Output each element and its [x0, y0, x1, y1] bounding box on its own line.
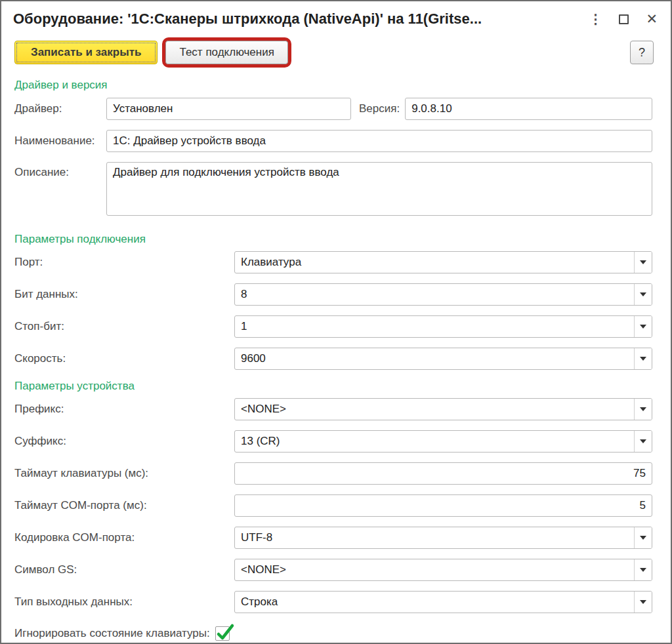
red-highlight-annotation: Тест подключения [162, 37, 291, 68]
prefix-row: Префикс: <NONE> [14, 398, 652, 420]
stop-bit-label: Стоп-бит: [14, 320, 234, 333]
com-timeout-input[interactable]: 5 [234, 494, 652, 517]
chevron-down-icon [640, 600, 646, 604]
stop-bit-row: Стоп-бит: 1 [14, 315, 652, 338]
toolbar: Записать и закрыть Тест подключения ? [1, 37, 671, 71]
section-driver-version: Драйвер и версия [14, 79, 652, 92]
gs-symbol-dropdown-button[interactable] [634, 559, 652, 580]
section-connection-params: Параметры подключения [14, 233, 652, 246]
section-device-params: Параметры устройства [14, 380, 652, 393]
data-bits-label: Бит данных: [14, 288, 234, 301]
com-encoding-label: Кодировка COM-порта: [14, 531, 234, 544]
port-select[interactable]: Клавиатура [234, 251, 652, 273]
port-dropdown-button[interactable] [634, 252, 652, 273]
com-timeout-row: Таймаут COM-порта (мс): 5 [14, 494, 652, 517]
stop-bit-select[interactable]: 1 [234, 315, 652, 338]
version-input[interactable]: 9.0.8.10 [405, 98, 652, 120]
com-encoding-row: Кодировка COM-порта: UTF-8 [14, 527, 652, 549]
speed-select[interactable]: 9600 [234, 348, 652, 370]
gs-symbol-select[interactable]: <NONE> [234, 559, 652, 581]
equipment-dialog-window: Оборудование: '1С:Сканеры штрихкода (Nat… [0, 0, 672, 644]
suffix-row: Суффикс: 13 (CR) [14, 430, 652, 453]
prefix-label: Префикс: [14, 403, 234, 416]
keyboard-timeout-label: Таймаут клавиатуры (мс): [14, 467, 234, 480]
gs-symbol-row: Символ GS: <NONE> [14, 559, 652, 581]
name-row: Наименование: 1С: Драйвер устройств ввод… [14, 130, 652, 152]
prefix-select[interactable]: <NONE> [234, 398, 652, 420]
window-controls: ⋮ ✕ [589, 11, 662, 27]
ignore-keyboard-state-checkbox[interactable] [215, 626, 230, 641]
gs-symbol-label: Символ GS: [14, 563, 234, 576]
chevron-down-icon [640, 407, 646, 411]
suffix-label: Суффикс: [14, 435, 234, 448]
suffix-dropdown-button[interactable] [634, 431, 652, 452]
window-title: Оборудование: '1С:Сканеры штрихкода (Nat… [13, 10, 589, 28]
output-type-label: Тип выходных данных: [14, 595, 234, 609]
close-icon[interactable]: ✕ [646, 11, 658, 27]
name-label: Наименование: [14, 134, 106, 148]
chevron-down-icon [640, 439, 646, 443]
driver-input[interactable]: Установлен [106, 98, 351, 120]
chevron-down-icon [640, 292, 646, 296]
titlebar: Оборудование: '1С:Сканеры штрихкода (Nat… [1, 1, 671, 37]
test-connection-button[interactable]: Тест подключения [165, 41, 287, 64]
name-input[interactable]: 1С: Драйвер устройств ввода [106, 130, 652, 152]
ignore-keyboard-state-row: Игнорировать состояние клавиатуры: [14, 626, 652, 641]
speed-label: Скорость: [14, 352, 234, 365]
com-encoding-dropdown-button[interactable] [634, 527, 652, 548]
chevron-down-icon [640, 325, 646, 329]
description-textarea[interactable]: Драйвер для подключения устройств ввода [106, 162, 652, 216]
port-row: Порт: Клавиатура [14, 251, 652, 273]
save-and-close-button[interactable]: Записать и закрыть [14, 41, 158, 64]
chevron-down-icon [640, 260, 646, 264]
speed-dropdown-button[interactable] [634, 348, 652, 369]
data-bits-dropdown-button[interactable] [634, 284, 652, 305]
com-encoding-select[interactable]: UTF-8 [234, 527, 652, 549]
output-type-dropdown-button[interactable] [634, 592, 652, 613]
ignore-keyboard-state-label: Игнорировать состояние клавиатуры: [14, 627, 210, 640]
chevron-down-icon [640, 357, 646, 361]
description-row: Описание: Драйвер для подключения устрой… [14, 162, 652, 216]
port-label: Порт: [14, 256, 234, 269]
speed-row: Скорость: 9600 [14, 348, 652, 370]
version-label: Версия: [359, 102, 400, 115]
prefix-dropdown-button[interactable] [634, 399, 652, 420]
driver-row: Драйвер: Установлен Версия: 9.0.8.10 [14, 98, 652, 120]
driver-label: Драйвер: [14, 102, 106, 115]
checkmark-icon [217, 622, 235, 641]
chevron-down-icon [640, 568, 646, 572]
chevron-down-icon [640, 536, 646, 540]
com-timeout-label: Таймаут COM-порта (мс): [14, 499, 234, 512]
description-label: Описание: [14, 162, 106, 179]
keyboard-timeout-row: Таймаут клавиатуры (мс): 75 [14, 462, 652, 485]
maximize-button[interactable] [619, 14, 629, 24]
data-bits-row: Бит данных: 8 [14, 283, 652, 306]
maximize-icon [619, 14, 629, 24]
stop-bit-dropdown-button[interactable] [634, 316, 652, 337]
suffix-select[interactable]: 13 (CR) [234, 430, 652, 453]
keyboard-timeout-input[interactable]: 75 [234, 462, 652, 485]
more-menu-icon[interactable]: ⋮ [589, 11, 602, 27]
help-button[interactable]: ? [630, 41, 654, 64]
form-content: Драйвер и версия Драйвер: Установлен Вер… [1, 79, 671, 641]
data-bits-select[interactable]: 8 [234, 283, 652, 306]
output-type-select[interactable]: Строка [234, 591, 652, 613]
output-type-row: Тип выходных данных: Строка [14, 591, 652, 613]
